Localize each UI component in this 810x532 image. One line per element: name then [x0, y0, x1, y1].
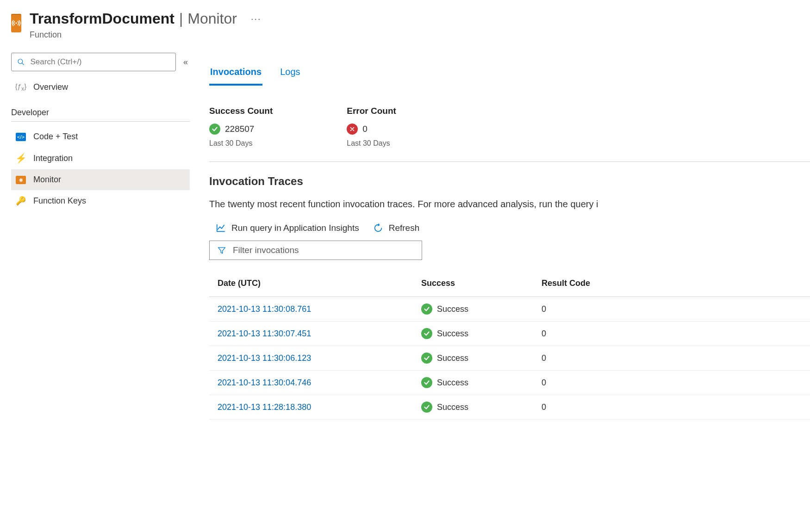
- table-row: 2021-10-13 11:28:18.380Success0: [209, 395, 810, 420]
- filter-icon: [217, 246, 226, 255]
- stat-success: Success Count 228507 Last 30 Days: [209, 106, 273, 148]
- run-query-button[interactable]: Run query in Application Insights: [216, 223, 359, 233]
- tab-invocations[interactable]: Invocations: [209, 65, 262, 86]
- stat-value: 228507: [225, 124, 254, 134]
- invocation-date-link[interactable]: 2021-10-13 11:30:06.123: [218, 353, 311, 363]
- sidebar-item-label: Monitor: [33, 175, 61, 185]
- result-code: 0: [533, 346, 810, 371]
- filter-placeholder: Filter invocations: [233, 245, 299, 255]
- column-header-success[interactable]: Success: [413, 272, 533, 297]
- sidebar-item-label: Integration: [33, 154, 73, 163]
- title-separator: |: [179, 10, 183, 27]
- sidebar-item-code-test[interactable]: </> Code + Test: [11, 126, 190, 147]
- divider: [209, 161, 810, 162]
- search-input[interactable]: [30, 57, 170, 67]
- svg-point-0: [16, 23, 17, 24]
- invocation-traces-heading: Invocation Traces: [209, 175, 810, 188]
- divider: [11, 121, 190, 122]
- sidebar-item-function-keys[interactable]: 🔑 Function Keys: [11, 190, 190, 211]
- invocation-date-link[interactable]: 2021-10-13 11:30:08.761: [218, 304, 311, 314]
- tabs: Invocations Logs: [209, 65, 810, 86]
- filter-invocations-input[interactable]: Filter invocations: [209, 241, 422, 260]
- success-icon: [421, 353, 432, 364]
- stat-label: Success Count: [209, 106, 273, 116]
- fx-icon: {ƒx}: [15, 82, 27, 92]
- search-icon: [17, 58, 25, 66]
- success-label: Success: [437, 378, 468, 388]
- key-icon: 🔑: [16, 196, 26, 206]
- tab-logs[interactable]: Logs: [279, 65, 301, 86]
- result-code: 0: [533, 297, 810, 322]
- invocation-date-link[interactable]: 2021-10-13 11:28:18.380: [218, 402, 311, 412]
- invocation-date-link[interactable]: 2021-10-13 11:30:04.746: [218, 378, 311, 387]
- chart-line-icon: [216, 223, 226, 233]
- success-icon: [421, 303, 432, 315]
- sidebar-item-integration[interactable]: ⚡ Integration: [11, 147, 190, 169]
- sidebar-section-developer: Developer: [11, 108, 190, 118]
- column-header-result[interactable]: Result Code: [533, 272, 810, 297]
- table-row: 2021-10-13 11:30:07.451Success0: [209, 322, 810, 346]
- collapse-sidebar-button[interactable]: «: [181, 56, 190, 69]
- stat-period: Last 30 Days: [347, 139, 396, 148]
- stat-value: 0: [362, 124, 368, 134]
- success-icon: [421, 377, 432, 388]
- broadcast-icon: [11, 18, 21, 28]
- table-row: 2021-10-13 11:30:08.761Success0: [209, 297, 810, 322]
- result-code: 0: [533, 322, 810, 346]
- sidebar-item-label: Code + Test: [33, 132, 78, 142]
- result-code: 0: [533, 371, 810, 395]
- run-query-label: Run query in Application Insights: [231, 223, 359, 233]
- success-icon: [209, 124, 220, 135]
- refresh-button[interactable]: Refresh: [373, 223, 420, 233]
- page-title: TransformDocument: [30, 10, 174, 27]
- column-header-date[interactable]: Date (UTC): [209, 272, 413, 297]
- result-code: 0: [533, 395, 810, 420]
- code-icon: </>: [16, 133, 26, 141]
- success-label: Success: [437, 353, 468, 363]
- sidebar-item-label: Overview: [33, 82, 68, 92]
- invocation-traces-table: Date (UTC) Success Result Code 2021-10-1…: [209, 272, 810, 420]
- monitor-icon: ◉: [16, 176, 26, 184]
- function-app-icon: [11, 14, 21, 32]
- success-label: Success: [437, 304, 468, 314]
- stat-error: Error Count 0 Last 30 Days: [347, 106, 396, 148]
- table-row: 2021-10-13 11:30:04.746Success0: [209, 371, 810, 395]
- refresh-label: Refresh: [389, 223, 420, 233]
- success-icon: [421, 402, 432, 413]
- page-header: TransformDocument | Monitor ··· Function: [11, 5, 190, 43]
- stat-label: Error Count: [347, 106, 396, 116]
- invocation-traces-description: The twenty most recent function invocati…: [209, 197, 810, 211]
- search-input-wrapper[interactable]: [11, 53, 176, 71]
- stat-period: Last 30 Days: [209, 139, 273, 148]
- success-icon: [421, 328, 432, 339]
- bolt-icon: ⚡: [15, 153, 27, 164]
- sidebar-item-monitor[interactable]: ◉ Monitor: [11, 169, 190, 190]
- svg-line-2: [22, 63, 24, 65]
- refresh-icon: [373, 223, 383, 233]
- success-label: Success: [437, 329, 468, 339]
- sidebar-item-label: Function Keys: [33, 196, 86, 206]
- table-row: 2021-10-13 11:30:06.123Success0: [209, 346, 810, 371]
- sidebar-item-overview[interactable]: {ƒx} Overview: [11, 77, 190, 98]
- success-label: Success: [437, 402, 468, 412]
- error-icon: [347, 124, 358, 135]
- invocation-date-link[interactable]: 2021-10-13 11:30:07.451: [218, 329, 311, 338]
